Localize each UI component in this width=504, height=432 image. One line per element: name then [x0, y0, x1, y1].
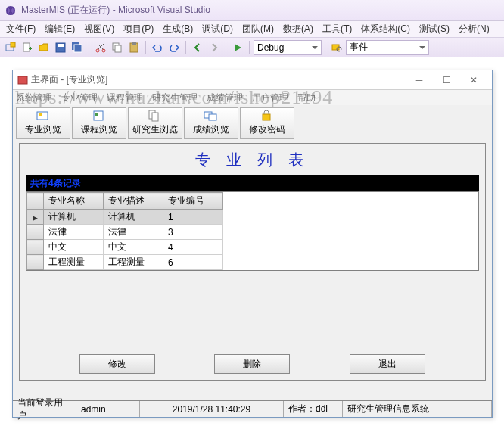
- svg-rect-17: [39, 113, 42, 116]
- vs-menu-bar: 文件(F) 编辑(E) 视图(V) 项目(P) 生成(B) 调试(D) 团队(M…: [0, 21, 504, 38]
- status-bar: 当前登录用户 admin 2019/1/28 11:40:29 作者：ddl 研…: [13, 400, 492, 417]
- events-combo[interactable]: 事件: [346, 40, 429, 55]
- table-row[interactable]: 法律法律3: [27, 225, 223, 240]
- vs-title-text: MasterMIS (正在运行) - Microsoft Visual Stud…: [21, 4, 210, 17]
- action-button-row: 修改 删除 退出: [20, 354, 485, 374]
- app-menu-student[interactable]: 研究生管理: [152, 92, 198, 104]
- app-menu-grade[interactable]: 成绩管理: [207, 92, 243, 104]
- table-row[interactable]: 中文中文4: [27, 240, 223, 255]
- close-button[interactable]: ✕: [460, 73, 487, 88]
- edit-button[interactable]: 修改: [79, 354, 155, 374]
- svg-rect-23: [209, 114, 216, 120]
- col-header[interactable]: 专业编号: [163, 193, 223, 210]
- svg-rect-4: [58, 44, 64, 47]
- app-menu-bar: 系统管理 专业管理 课程管理 研究生管理 成绩管理 用户管理 帮助: [13, 90, 492, 105]
- svg-rect-24: [263, 114, 270, 120]
- app-icon: [17, 75, 28, 85]
- status-author: 作者：ddl: [284, 401, 343, 417]
- tb-course-browse[interactable]: 课程浏览: [72, 107, 126, 139]
- exit-button[interactable]: 退出: [350, 354, 425, 374]
- app-menu-system[interactable]: 系统管理: [16, 92, 52, 104]
- status-user: admin: [76, 401, 140, 417]
- minimize-button[interactable]: ─: [406, 73, 433, 88]
- table-row[interactable]: 工程测量工程测量6: [27, 255, 223, 270]
- svg-rect-10: [115, 45, 121, 52]
- row-header[interactable]: [27, 225, 44, 240]
- status-time: 2019/1/28 11:40:29: [140, 401, 284, 417]
- svg-rect-1: [11, 42, 15, 47]
- config-value: Debug: [257, 42, 284, 53]
- add-item-icon[interactable]: [20, 40, 35, 55]
- copy-icon[interactable]: [110, 40, 125, 55]
- app-menu-course[interactable]: 课程管理: [107, 92, 143, 104]
- nav-back-icon[interactable]: [190, 40, 205, 55]
- row-header[interactable]: [27, 240, 44, 255]
- svg-rect-19: [95, 113, 98, 116]
- save-all-icon[interactable]: [70, 40, 85, 55]
- delete-button[interactable]: 删除: [214, 354, 290, 374]
- find-icon[interactable]: [329, 40, 344, 55]
- menu-edit[interactable]: 编辑(E): [40, 21, 79, 37]
- svg-rect-2: [23, 43, 30, 51]
- svg-rect-6: [74, 45, 82, 52]
- new-project-icon[interactable]: [3, 40, 18, 55]
- vs-title-bar: MasterMIS (正在运行) - Microsoft Visual Stud…: [0, 0, 504, 21]
- redo-icon[interactable]: [166, 40, 182, 55]
- tb-major-browse[interactable]: 专业浏览: [16, 107, 70, 139]
- menu-analyze[interactable]: 分析(N): [454, 21, 494, 37]
- status-user-label: 当前登录用户: [13, 401, 76, 417]
- menu-test[interactable]: 测试(S): [415, 21, 454, 37]
- menu-build[interactable]: 生成(B): [158, 21, 198, 37]
- save-icon[interactable]: [53, 40, 68, 55]
- data-grid[interactable]: 专业名称专业描述专业编号计算机计算机1法律法律3中文中文4工程测量工程测量6: [26, 191, 479, 271]
- app-menu-major[interactable]: 专业管理: [61, 92, 98, 104]
- menu-file[interactable]: 文件(F): [2, 21, 40, 37]
- events-value: 事件: [350, 41, 368, 54]
- maximize-button[interactable]: ☐: [433, 73, 460, 88]
- tb-grade-browse[interactable]: 成绩浏览: [184, 107, 238, 139]
- menu-view[interactable]: 视图(V): [79, 21, 119, 37]
- nav-fwd-icon[interactable]: [207, 40, 222, 55]
- undo-icon[interactable]: [150, 40, 165, 55]
- vs-toolbar: Debug 事件: [0, 38, 504, 57]
- app-titlebar: 主界面 - [专业浏览] ─ ☐ ✕: [13, 70, 492, 90]
- menu-project[interactable]: 项目(P): [119, 21, 158, 37]
- col-header[interactable]: 专业描述: [104, 193, 163, 210]
- svg-rect-12: [132, 42, 136, 45]
- menu-tools[interactable]: 工具(T): [318, 21, 356, 37]
- tb-change-password[interactable]: 修改密码: [240, 107, 294, 139]
- app-menu-help[interactable]: 帮助: [297, 92, 316, 104]
- content-frame: 专 业 列 表 共有4条记录 专业名称专业描述专业编号计算机计算机1法律法律3中…: [19, 143, 486, 381]
- config-combo[interactable]: Debug: [254, 40, 322, 55]
- status-system: 研究生管理信息系统: [343, 401, 492, 417]
- col-header[interactable]: 专业名称: [44, 193, 104, 210]
- app-toolbar: 专业浏览 课程浏览 研究生浏览 成绩浏览 修改密码: [13, 105, 492, 141]
- app-menu-user[interactable]: 用户管理: [252, 92, 288, 104]
- menu-arch[interactable]: 体系结构(C): [356, 21, 415, 37]
- row-header[interactable]: [27, 255, 44, 270]
- table-row[interactable]: 计算机计算机1: [27, 210, 223, 225]
- start-icon[interactable]: [230, 40, 245, 55]
- paste-icon[interactable]: [126, 40, 142, 55]
- open-icon[interactable]: [36, 40, 51, 55]
- vs-logo-icon: [5, 5, 17, 17]
- menu-data[interactable]: 数据(A): [278, 21, 318, 37]
- record-count-bar: 共有4条记录: [26, 175, 479, 191]
- svg-rect-21: [152, 113, 158, 121]
- cut-icon[interactable]: [93, 40, 108, 55]
- app-title-text: 主界面 - [专业浏览]: [31, 73, 406, 86]
- row-header[interactable]: [27, 210, 44, 225]
- svg-rect-15: [18, 76, 27, 84]
- tb-student-browse[interactable]: 研究生浏览: [128, 107, 182, 139]
- menu-debug[interactable]: 调试(D): [198, 21, 238, 37]
- menu-team[interactable]: 团队(M): [238, 21, 278, 37]
- page-title: 专 业 列 表: [26, 148, 479, 175]
- app-window: 主界面 - [专业浏览] ─ ☐ ✕ 系统管理 专业管理 课程管理 研究生管理 …: [12, 70, 493, 418]
